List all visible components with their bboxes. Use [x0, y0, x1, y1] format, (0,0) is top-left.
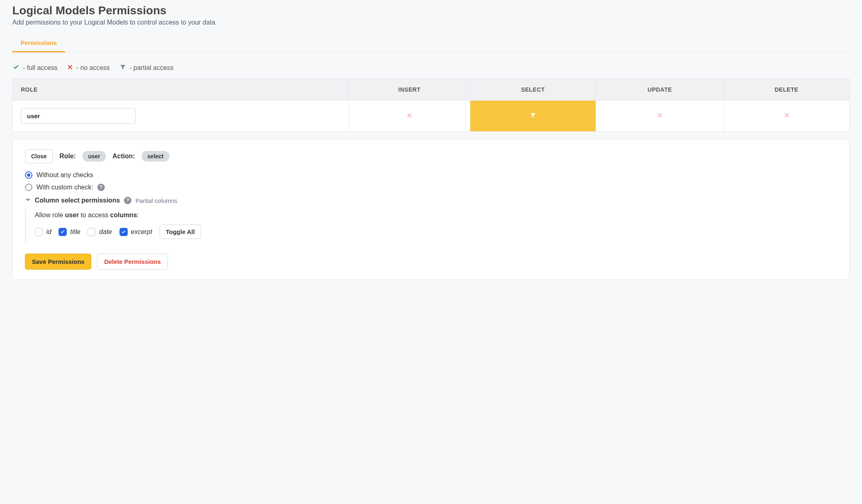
column-section-title: Column select permissions — [35, 197, 120, 204]
checkbox-checked-icon — [120, 228, 128, 236]
column-checkbox-title[interactable]: title — [59, 228, 80, 236]
column-checkbox-id[interactable]: id — [35, 228, 51, 236]
tab-permissions[interactable]: Permissions — [12, 34, 65, 52]
cross-icon — [406, 113, 412, 119]
funnel-icon — [530, 113, 536, 120]
radio-icon — [25, 184, 32, 191]
column-permissions-toggle[interactable]: Column select permissions ? Partial colu… — [25, 197, 837, 204]
th-update: UPDATE — [596, 79, 724, 101]
checkbox-checked-icon — [59, 228, 67, 236]
legend-partial-label: - partial access — [129, 64, 174, 72]
radio-custom-check[interactable]: With custom check: ? — [25, 184, 837, 191]
legend-partial-access: - partial access — [120, 64, 174, 72]
table-row — [13, 101, 850, 132]
action-label: Action: — [113, 153, 135, 160]
role-label: Role: — [59, 153, 76, 160]
column-name: title — [70, 228, 80, 236]
perm-cell-insert[interactable] — [349, 101, 470, 132]
legend-none-label: - no access — [76, 64, 110, 72]
save-permissions-button[interactable]: Save Permissions — [25, 254, 91, 270]
radio-without-label: Without any checks — [36, 171, 93, 179]
permissions-table: ROLE INSERT SELECT UPDATE DELETE — [12, 79, 850, 132]
cross-icon — [784, 113, 790, 119]
column-checkbox-excerpt[interactable]: excerpt — [120, 228, 152, 236]
help-icon[interactable]: ? — [124, 197, 131, 204]
th-select: SELECT — [470, 79, 596, 101]
funnel-icon — [120, 64, 126, 72]
legend-no-access: - no access — [67, 64, 110, 72]
checkbox-icon — [88, 228, 96, 236]
page-title: Logical Models Permissions — [12, 4, 850, 17]
checkbox-icon — [35, 228, 43, 236]
legend-full-access: - full access — [12, 64, 57, 72]
perm-cell-delete[interactable] — [724, 101, 850, 132]
column-name: excerpt — [131, 228, 152, 236]
tabs: Permissions — [12, 34, 850, 52]
allow-text: Allow role user to access columns: — [35, 212, 837, 219]
chevron-down-icon — [25, 197, 31, 204]
legend: - full access - no access - partial acce… — [12, 64, 850, 72]
column-name: date — [99, 228, 112, 236]
column-section-status: Partial columns — [135, 197, 178, 204]
column-name: id — [46, 228, 51, 236]
legend-full-label: - full access — [23, 64, 57, 72]
close-button[interactable]: Close — [25, 149, 53, 163]
perm-cell-select[interactable] — [470, 101, 596, 132]
radio-without-checks[interactable]: Without any checks — [25, 171, 837, 179]
radio-custom-label: With custom check: — [36, 184, 93, 191]
role-pill: user — [82, 151, 106, 162]
toggle-all-button[interactable]: Toggle All — [160, 225, 201, 239]
role-input[interactable] — [21, 108, 135, 124]
column-checkbox-date[interactable]: date — [88, 228, 112, 236]
check-icon — [12, 64, 20, 72]
th-insert: INSERT — [349, 79, 470, 101]
help-icon[interactable]: ? — [97, 184, 105, 191]
perm-cell-update[interactable] — [596, 101, 724, 132]
action-pill: select — [142, 151, 169, 162]
th-delete: DELETE — [724, 79, 850, 101]
permissions-editor: Close Role: user Action: select Without … — [12, 139, 850, 280]
page-subtitle: Add permissions to your Logical Models t… — [12, 19, 850, 26]
radio-icon — [25, 171, 32, 179]
cross-icon — [657, 113, 663, 119]
cross-icon — [67, 64, 73, 72]
th-role: ROLE — [13, 79, 349, 101]
delete-permissions-button[interactable]: Delete Permissions — [97, 254, 167, 270]
